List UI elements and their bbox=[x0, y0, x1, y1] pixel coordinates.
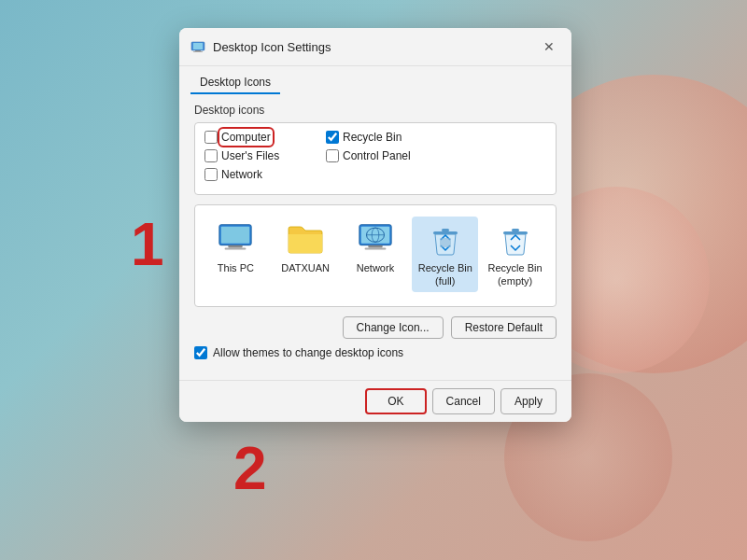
step-number-2: 2 bbox=[233, 439, 267, 498]
icon-label-this-pc: This PC bbox=[218, 261, 254, 274]
checkbox-computer-label: Computer bbox=[221, 131, 271, 144]
apply-button[interactable]: Apply bbox=[500, 388, 557, 414]
svg-rect-6 bbox=[229, 245, 243, 248]
checkbox-network-label: Network bbox=[221, 168, 262, 181]
icon-action-buttons: Change Icon... Restore Default bbox=[194, 316, 557, 339]
dialog-title: Desktop Icon Settings bbox=[213, 40, 530, 54]
checkbox-row-3: Network bbox=[204, 168, 546, 183]
svg-rect-17 bbox=[440, 238, 451, 247]
checkbox-network[interactable] bbox=[204, 168, 218, 181]
checkbox-users-label: User's Files bbox=[221, 149, 279, 162]
change-icon-button[interactable]: Change Icon... bbox=[343, 316, 444, 339]
icon-datxuan[interactable]: DATXUAN bbox=[273, 217, 339, 278]
checkbox-allow-themes[interactable] bbox=[194, 346, 207, 359]
checkbox-item-recycle: Recycle Bin bbox=[326, 131, 447, 144]
icon-label-recycle-full: Recycle Bin(full) bbox=[418, 261, 472, 288]
icon-label-recycle-empty: Recycle Bin(empty) bbox=[488, 261, 543, 288]
restore-default-button[interactable]: Restore Default bbox=[451, 316, 557, 339]
checkbox-control[interactable] bbox=[326, 149, 339, 162]
ok-button[interactable]: OK bbox=[365, 388, 426, 414]
icon-preview-area: This PC DATXUAN bbox=[194, 204, 557, 307]
checkbox-item-users: User's Files bbox=[204, 149, 326, 162]
svg-rect-7 bbox=[225, 248, 247, 250]
svg-rect-5 bbox=[221, 227, 249, 244]
checkbox-computer[interactable] bbox=[204, 131, 218, 144]
dialog-icon bbox=[190, 39, 205, 54]
checkbox-recycle[interactable] bbox=[326, 131, 339, 144]
svg-rect-14 bbox=[365, 248, 387, 250]
checkbox-recycle-label: Recycle Bin bbox=[343, 131, 402, 144]
icon-graphic-recycle-empty bbox=[497, 220, 534, 258]
section-label-desktop-icons: Desktop icons bbox=[194, 104, 557, 117]
svg-rect-15 bbox=[433, 231, 458, 234]
dialog-footer: OK Cancel Apply bbox=[179, 380, 571, 422]
icon-network[interactable]: Network bbox=[343, 217, 409, 278]
icon-this-pc[interactable]: This PC bbox=[203, 217, 269, 278]
svg-rect-13 bbox=[368, 245, 382, 248]
checkbox-item-network: Network bbox=[204, 168, 326, 181]
icon-label-datxuan: DATXUAN bbox=[281, 261, 330, 274]
tab-desktop-icons[interactable]: Desktop Icons bbox=[190, 72, 280, 94]
step-number-1: 1 bbox=[131, 215, 164, 274]
icon-recycle-empty[interactable]: Recycle Bin(empty) bbox=[482, 217, 548, 292]
icon-recycle-full[interactable]: Recycle Bin(full) bbox=[412, 217, 478, 292]
tab-bar: Desktop Icons bbox=[179, 66, 571, 94]
icon-label-network: Network bbox=[357, 261, 394, 274]
cancel-button[interactable]: Cancel bbox=[432, 388, 495, 414]
title-bar: Desktop Icon Settings ✕ bbox=[179, 28, 571, 66]
desktop-icons-group: Computer Recycle Bin User's Files Contro… bbox=[194, 122, 557, 195]
svg-rect-19 bbox=[512, 229, 519, 231]
svg-rect-16 bbox=[442, 229, 449, 231]
icon-graphic-monitor bbox=[217, 220, 254, 258]
icon-graphic-recycle-full bbox=[427, 220, 464, 258]
allow-themes-row: Allow themes to change desktop icons bbox=[194, 346, 557, 359]
checkbox-item-computer: Computer bbox=[204, 131, 326, 144]
svg-rect-1 bbox=[193, 43, 203, 49]
dialog-content: Desktop icons Computer Recycle Bin User'… bbox=[179, 94, 571, 380]
svg-rect-18 bbox=[503, 231, 528, 234]
icon-graphic-network bbox=[357, 220, 394, 258]
checkbox-row-2: User's Files Control Panel bbox=[204, 149, 546, 164]
icon-graphic-folder bbox=[287, 220, 324, 258]
checkbox-control-label: Control Panel bbox=[343, 149, 411, 162]
checkbox-users[interactable] bbox=[204, 149, 218, 162]
checkbox-row-1: Computer Recycle Bin bbox=[204, 131, 546, 146]
desktop-icon-settings-dialog: Desktop Icon Settings ✕ Desktop Icons De… bbox=[179, 28, 571, 422]
allow-themes-label: Allow themes to change desktop icons bbox=[213, 346, 403, 359]
checkbox-item-control: Control Panel bbox=[326, 149, 447, 162]
close-button[interactable]: ✕ bbox=[538, 35, 560, 58]
svg-rect-3 bbox=[193, 51, 203, 52]
